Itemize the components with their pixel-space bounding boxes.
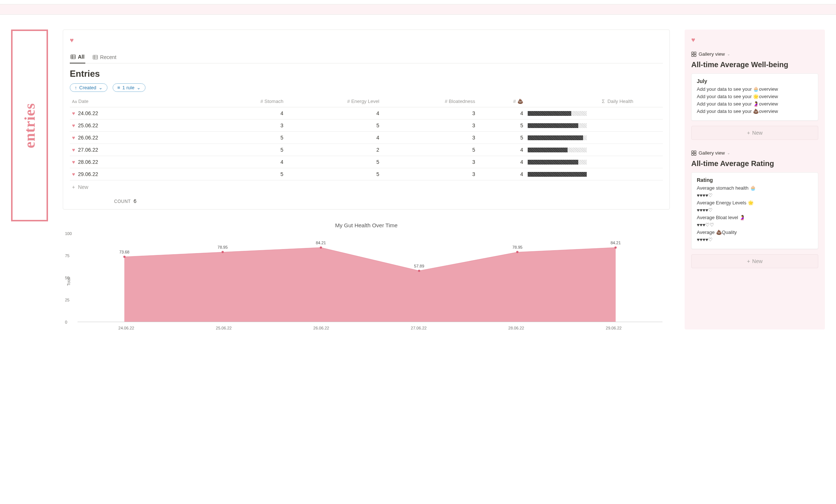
svg-rect-11: [692, 54, 693, 56]
cell-energy: 4: [285, 132, 381, 144]
chart-point: [614, 246, 617, 249]
top-divider: [0, 0, 836, 4]
heart-icon: ♥: [72, 171, 75, 177]
heart-icon: ♥: [70, 37, 663, 44]
filter-row: ↑ Created ⌄ ≡ 1 rule ⌄: [70, 83, 663, 92]
count-value: 6: [134, 198, 137, 204]
daily-health-bar: [528, 123, 587, 128]
chart-xlabel: 29.06.22: [565, 326, 662, 330]
chart-point-label: 57.89: [414, 263, 424, 268]
new-entry-button[interactable]: + New: [70, 180, 663, 194]
cell-stomach: 5: [206, 168, 285, 180]
chart-ytick: 0: [65, 320, 67, 324]
filter-rule-pill[interactable]: ≡ 1 rule ⌄: [113, 83, 145, 92]
svg-rect-10: [694, 52, 696, 53]
sort-created-label: Created: [79, 85, 96, 90]
rating-label: Average Bloat level 🤰: [697, 215, 813, 220]
chart-point: [320, 246, 322, 249]
gallery-view-label-2: Gallery view: [699, 150, 725, 156]
rating-label: Average 💩Quality: [697, 229, 813, 235]
table-icon: [93, 55, 98, 60]
col-energy[interactable]: # Energy Level: [285, 96, 381, 107]
col-daily-health[interactable]: Σ Daily Health: [525, 96, 663, 107]
svg-rect-14: [694, 151, 696, 152]
cell-stomach: 4: [206, 156, 285, 168]
rating-card[interactable]: Rating Average stomach health 🧁♥♥♥♥♡Aver…: [691, 172, 818, 249]
sort-created-pill[interactable]: ↑ Created ⌄: [70, 83, 107, 92]
chart-svg: [78, 234, 662, 322]
table-row[interactable]: ♥28.06.224534: [70, 156, 663, 168]
rating-hearts: ♥♥♥♥♡: [697, 193, 813, 198]
chart-xlabel: 25.06.22: [175, 326, 273, 330]
rating-hearts: ♥♥♥♡♡: [697, 222, 813, 228]
chevron-down-icon: ⌄: [727, 52, 730, 56]
chart-point-label: 78.95: [217, 245, 228, 249]
col-date[interactable]: Aa Date: [70, 96, 206, 107]
cell-energy: 4: [285, 107, 381, 120]
cell-bloat: 3: [381, 168, 477, 180]
table-row[interactable]: ♥26.06.225435: [70, 132, 663, 144]
table-row[interactable]: ♥29.06.225534: [70, 168, 663, 180]
table-row[interactable]: ♥24.06.224434: [70, 107, 663, 120]
heart-icon: ♥: [72, 110, 75, 116]
rating-new-button[interactable]: + New: [691, 254, 818, 268]
chart-plot: 73.6878.9584.2157.8978.9584.21: [78, 234, 662, 322]
rating-new-label: New: [752, 258, 763, 264]
wellbeing-card[interactable]: July Add your data to see your 🧁overview…: [691, 73, 818, 121]
plus-icon: +: [747, 130, 750, 136]
cell-bloat: 5: [381, 144, 477, 156]
svg-rect-12: [694, 54, 696, 56]
daily-health-bar: [528, 172, 587, 177]
tab-all[interactable]: All: [70, 52, 85, 63]
wellbeing-card-header: July: [697, 78, 813, 84]
table-row[interactable]: ♥25.06.223535: [70, 120, 663, 132]
chart-point-label: 78.95: [512, 245, 522, 249]
count-summary: COUNT 6: [70, 194, 663, 206]
table-row[interactable]: ♥27.06.225254: [70, 144, 663, 156]
view-tabs: All Recent: [70, 52, 663, 63]
daily-health-bar: [528, 111, 587, 116]
wellbeing-new-button[interactable]: + New: [691, 126, 818, 140]
wellbeing-new-label: New: [752, 130, 763, 136]
chevron-down-icon: ⌄: [727, 151, 730, 155]
cell-poo: 4: [477, 144, 525, 156]
count-label: COUNT: [114, 199, 131, 204]
daily-health-bar: [528, 135, 587, 140]
col-stomach[interactable]: # Stomach: [206, 96, 285, 107]
gallery-view-selector-2[interactable]: Gallery view ⌄: [691, 150, 730, 156]
cell-stomach: 5: [206, 144, 285, 156]
chart-ytick: 25: [65, 298, 69, 302]
cell-date: 27.06.22: [78, 147, 98, 153]
daily-health-bar: [528, 148, 587, 152]
cell-poo: 4: [477, 168, 525, 180]
chart-point-label: 73.68: [119, 250, 130, 254]
cell-energy: 5: [285, 168, 381, 180]
chart-xlabels: 24.06.2225.06.2226.06.2227.06.2228.06.22…: [78, 326, 662, 330]
gallery-view-selector[interactable]: Gallery view ⌄: [691, 51, 730, 57]
chart-ytick: 75: [65, 253, 69, 258]
cell-poo: 4: [477, 156, 525, 168]
chevron-down-icon: ⌄: [99, 85, 103, 90]
chart-point: [222, 251, 224, 253]
cell-poo: 5: [477, 132, 525, 144]
cell-bloat: 3: [381, 132, 477, 144]
tab-recent[interactable]: Recent: [92, 52, 117, 63]
col-bloat[interactable]: # Bloatedness: [381, 96, 477, 107]
col-poo[interactable]: # 💩: [477, 96, 525, 107]
cell-bloat: 3: [381, 107, 477, 120]
cell-stomach: 3: [206, 120, 285, 132]
wellbeing-line: Add your data to see your 🌟overview: [697, 94, 813, 99]
arrow-up-icon: ↑: [75, 85, 77, 90]
cell-date: 26.06.22: [78, 135, 98, 141]
cell-energy: 5: [285, 120, 381, 132]
table-header-row: Aa Date # Stomach # Energy Level # Bloat…: [70, 96, 663, 107]
chart-xlabel: 27.06.22: [370, 326, 467, 330]
chart-point-label: 84.21: [611, 241, 621, 245]
svg-marker-8: [124, 248, 616, 322]
chart-container: My Gut Health Over Time Total 0255075100…: [63, 222, 670, 329]
rating-hearts: ♥♥♥♥♡: [697, 207, 813, 213]
rating-hearts: ♥♥♥♥♡: [697, 237, 813, 242]
daily-health-bar: [528, 160, 587, 165]
side-column: ♥ Gallery view ⌄ All-time Average Well-b…: [685, 30, 825, 329]
svg-rect-16: [694, 153, 696, 155]
